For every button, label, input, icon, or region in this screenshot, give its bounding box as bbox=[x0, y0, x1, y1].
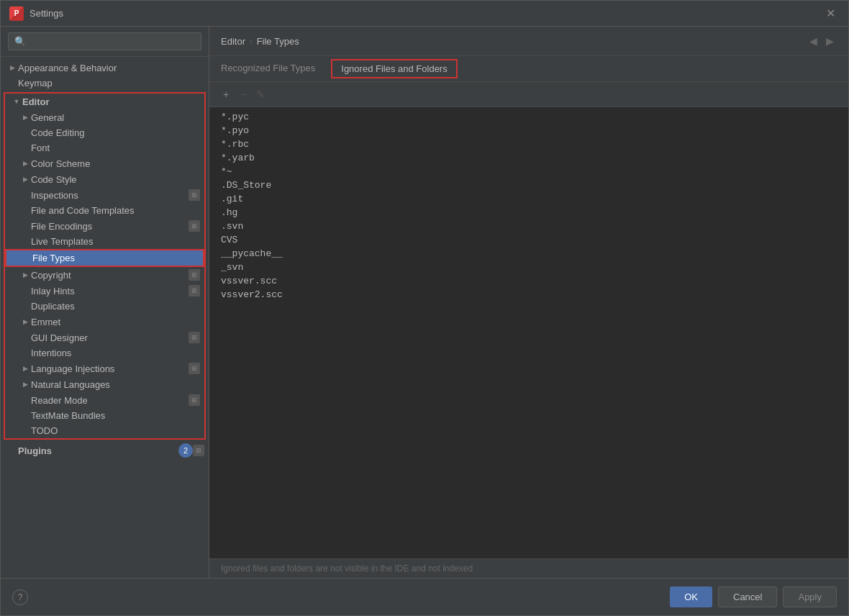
sidebar-item-label: Duplicates bbox=[31, 301, 204, 312]
list-item[interactable]: vssver.scc bbox=[209, 274, 848, 288]
bottom-bar: ? OK Cancel Apply bbox=[1, 578, 848, 615]
sidebar-item-label: Emmet bbox=[31, 317, 204, 327]
sidebar-item-editor[interactable]: ▼ Editor bbox=[5, 94, 204, 109]
sidebar-item-label: File and Code Templates bbox=[31, 205, 204, 216]
sidebar-item-label: Copyright bbox=[31, 270, 189, 281]
sidebar-item-font[interactable]: Font bbox=[5, 140, 204, 155]
right-panel: Editor › File Types ◀ ▶ Recognized File … bbox=[209, 27, 848, 578]
sidebar-item-label: Inlay Hints bbox=[31, 286, 189, 296]
list-item[interactable]: _svn bbox=[209, 261, 848, 274]
sidebar-item-label: Code Style bbox=[31, 174, 204, 185]
sidebar-item-language-injections[interactable]: ▶ Language Injections ⊞ bbox=[5, 361, 204, 376]
sidebar: ▶ Appearance & Behavior Keymap ▼ Editor … bbox=[1, 27, 209, 578]
toolbar: + − ✎ bbox=[209, 82, 848, 107]
sidebar-item-label: File Encodings bbox=[31, 221, 189, 232]
sidebar-item-code-style[interactable]: ▶ Code Style bbox=[5, 171, 204, 187]
badge-icon: ⊞ bbox=[189, 220, 200, 232]
title-bar: P Settings ✕ bbox=[1, 1, 848, 27]
add-button[interactable]: + bbox=[218, 86, 234, 102]
sidebar-item-inspections[interactable]: Inspections ⊞ bbox=[5, 187, 204, 203]
right-header: Editor › File Types ◀ ▶ bbox=[209, 27, 848, 56]
sidebar-item-reader-mode[interactable]: Reader Mode ⊞ bbox=[5, 392, 204, 408]
bottom-left: ? bbox=[12, 589, 670, 605]
list-item[interactable]: *~ bbox=[209, 165, 848, 178]
sidebar-item-natural-languages[interactable]: ▶ Natural Languages bbox=[5, 376, 204, 392]
nav-forward-button[interactable]: ▶ bbox=[823, 34, 837, 48]
sidebar-item-copyright[interactable]: ▶ Copyright ⊞ bbox=[5, 267, 204, 283]
list-item[interactable]: __pycache__ bbox=[209, 247, 848, 261]
expand-icon: ▼ bbox=[11, 96, 22, 107]
tab-ignored-files-folders[interactable]: Ignored Files and Folders bbox=[331, 59, 457, 78]
sidebar-item-label: Live Templates bbox=[31, 236, 204, 247]
sidebar-item-label: Plugins bbox=[18, 445, 174, 456]
sidebar-item-general[interactable]: ▶ General bbox=[5, 109, 204, 125]
sidebar-item-textmate-bundles[interactable]: TextMate Bundles bbox=[5, 408, 204, 423]
sidebar-item-label: TODO bbox=[31, 425, 204, 436]
sidebar-item-label: Editor bbox=[22, 96, 204, 107]
sidebar-item-intentions[interactable]: Intentions bbox=[5, 345, 204, 361]
sidebar-item-code-editing[interactable]: Code Editing bbox=[5, 125, 204, 140]
settings-window: P Settings ✕ ▶ Appearance & Behavior Key… bbox=[0, 0, 849, 616]
sidebar-item-gui-designer[interactable]: GUI Designer ⊞ bbox=[5, 330, 204, 345]
badge-icon: ⊞ bbox=[189, 363, 200, 374]
sidebar-item-duplicates[interactable]: Duplicates bbox=[5, 299, 204, 314]
nav-back-button[interactable]: ◀ bbox=[807, 34, 820, 48]
remove-button[interactable]: − bbox=[235, 86, 251, 102]
sidebar-item-label: GUI Designer bbox=[31, 332, 189, 343]
list-item[interactable]: *.pyc bbox=[209, 110, 848, 124]
list-item[interactable]: .hg bbox=[209, 206, 848, 219]
sidebar-item-file-code-templates[interactable]: File and Code Templates bbox=[5, 203, 204, 218]
close-button[interactable]: ✕ bbox=[822, 4, 840, 23]
apply-button[interactable]: Apply bbox=[783, 586, 837, 607]
badge-icon: ⊞ bbox=[189, 332, 200, 343]
sidebar-item-color-scheme[interactable]: ▶ Color Scheme bbox=[5, 155, 204, 171]
sidebar-item-live-templates[interactable]: Live Templates bbox=[5, 234, 204, 249]
sidebar-item-inlay-hints[interactable]: Inlay Hints ⊞ bbox=[5, 283, 204, 299]
breadcrumb-parent: Editor bbox=[221, 36, 245, 47]
sidebar-item-file-encodings[interactable]: File Encodings ⊞ bbox=[5, 218, 204, 234]
sidebar-item-appearance[interactable]: ▶ Appearance & Behavior bbox=[1, 60, 209, 76]
breadcrumb: Editor › File Types bbox=[221, 36, 299, 47]
sidebar-item-file-types[interactable]: File Types bbox=[5, 249, 204, 267]
plugins-badge: 2 bbox=[178, 443, 193, 458]
sidebar-tree: ▶ Appearance & Behavior Keymap ▼ Editor … bbox=[1, 57, 209, 578]
expand-icon: ▶ bbox=[19, 363, 31, 374]
sidebar-item-emmet[interactable]: ▶ Emmet bbox=[5, 314, 204, 330]
nav-arrows: ◀ ▶ bbox=[807, 34, 837, 48]
sidebar-item-todo[interactable]: TODO bbox=[5, 423, 204, 438]
expand-icon: ▶ bbox=[6, 62, 18, 73]
list-item[interactable]: *.pyo bbox=[209, 124, 848, 137]
badge-icon: ⊞ bbox=[193, 445, 204, 456]
sidebar-item-label: General bbox=[31, 112, 204, 123]
sidebar-item-keymap[interactable]: Keymap bbox=[1, 76, 209, 91]
sidebar-item-label: Reader Mode bbox=[31, 395, 189, 406]
list-item[interactable]: CVS bbox=[209, 233, 848, 247]
badge-icon: ⊞ bbox=[189, 285, 200, 296]
sidebar-item-plugins[interactable]: Plugins 2 ⊞ bbox=[1, 441, 209, 460]
breadcrumb-current: File Types bbox=[257, 36, 299, 47]
cancel-button[interactable]: Cancel bbox=[718, 586, 777, 607]
badge-icon: ⊞ bbox=[189, 394, 200, 406]
list-item[interactable]: *.yarb bbox=[209, 151, 848, 165]
window-title: Settings bbox=[29, 8, 822, 19]
expand-icon bbox=[6, 445, 18, 456]
list-item[interactable]: .git bbox=[209, 192, 848, 206]
expand-icon: ▶ bbox=[19, 379, 31, 390]
sidebar-item-label: File Types bbox=[32, 253, 203, 263]
app-icon: P bbox=[9, 6, 24, 21]
badge-icon: ⊞ bbox=[189, 189, 200, 201]
sidebar-item-label: Inspections bbox=[31, 190, 189, 201]
expand-icon: ▶ bbox=[19, 316, 31, 327]
list-item[interactable]: .svn bbox=[209, 219, 848, 233]
list-item[interactable]: *.rbc bbox=[209, 137, 848, 151]
expand-icon: ▶ bbox=[19, 112, 31, 123]
sidebar-item-label: Natural Languages bbox=[31, 379, 204, 390]
edit-button[interactable]: ✎ bbox=[253, 86, 268, 102]
list-item[interactable]: vssver2.scc bbox=[209, 288, 848, 302]
ok-button[interactable]: OK bbox=[670, 586, 712, 607]
help-button[interactable]: ? bbox=[12, 589, 28, 605]
tab-recognized-file-types[interactable]: Recognized File Types bbox=[209, 57, 327, 81]
search-input[interactable] bbox=[8, 32, 201, 50]
list-item[interactable]: .DS_Store bbox=[209, 178, 848, 192]
sidebar-item-label: TextMate Bundles bbox=[31, 410, 204, 421]
